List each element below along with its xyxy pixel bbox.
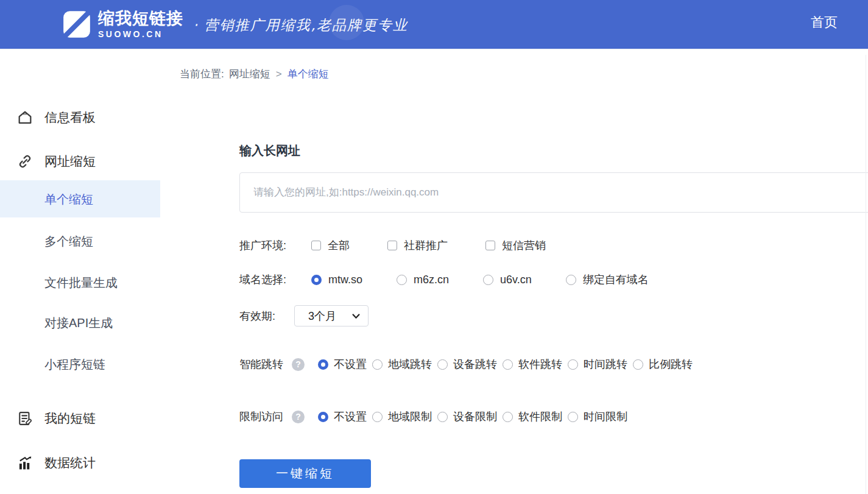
nav-home-link[interactable]: 首页: [811, 13, 838, 32]
checkbox-option-all[interactable]: 全部: [311, 238, 350, 253]
option-label: mtw.so: [328, 273, 362, 286]
radio-option-limit-time[interactable]: 时间限制: [568, 409, 627, 424]
radio-option-u6v-cn[interactable]: u6v.cn: [483, 273, 532, 286]
sidebar-item-label: 域名管理: [44, 492, 96, 494]
option-label: 社群推广: [404, 238, 448, 253]
smart-jump-label: 智能跳转: [239, 357, 283, 372]
checkbox-icon: [485, 241, 495, 250]
sidebar-item-api-generate[interactable]: 对接API生成: [0, 314, 171, 332]
sidebar-item-label: 信息看板: [44, 109, 96, 126]
long-url-input[interactable]: [239, 172, 868, 213]
right-edge-divider: [866, 55, 866, 494]
option-label: 设备限制: [453, 409, 497, 424]
radio-icon: [568, 412, 578, 422]
radio-icon: [503, 412, 513, 422]
brand-name: 缩我短链接: [98, 10, 183, 27]
checkbox-option-sms[interactable]: 短信营销: [485, 238, 546, 253]
radio-icon: [633, 359, 643, 370]
radio-option-limit-software[interactable]: 软件限制: [503, 409, 562, 424]
option-label: u6v.cn: [500, 273, 532, 286]
logo-s-icon: [63, 10, 91, 38]
sidebar-item-multi-shorten[interactable]: 多个缩短: [0, 232, 171, 250]
sidebar-item-file-batch[interactable]: 文件批量生成: [0, 273, 171, 292]
breadcrumb-separator: >: [276, 68, 282, 80]
sidebar-item-my-links[interactable]: 我的短链: [0, 409, 171, 428]
validity-select[interactable]: 3个月: [294, 305, 369, 326]
page-title: 输入长网址: [239, 143, 300, 159]
radio-option-jump-time[interactable]: 时间跳转: [568, 357, 627, 372]
restrict-access-row: 限制访问 ? 不设置 地域限制 设备限制 软件限制 时间限制: [239, 409, 633, 425]
radio-option-limit-device[interactable]: 设备限制: [437, 409, 497, 424]
option-label: 不设置: [334, 409, 367, 424]
checkbox-option-community[interactable]: 社群推广: [387, 238, 448, 253]
radio-icon: [397, 275, 407, 285]
validity-label: 有效期:: [239, 309, 275, 323]
chevron-down-icon: [352, 314, 360, 319]
radio-icon: [568, 359, 578, 370]
smart-jump-row: 智能跳转 ? 不设置 地域跳转 设备跳转 软件跳转 时间跳转 比例跳转: [239, 356, 698, 372]
validity-row: 有效期:: [239, 308, 275, 324]
radio-option-limit-none[interactable]: 不设置: [318, 409, 367, 424]
promo-env-row: 推广环境: 全部 社群推广 短信营销: [239, 238, 584, 253]
breadcrumb-prefix: 当前位置:: [180, 67, 224, 81]
option-label: 地域限制: [388, 409, 432, 424]
sidebar-item-miniprogram-link[interactable]: 小程序短链: [0, 355, 171, 373]
option-label: 软件限制: [518, 409, 562, 424]
radio-icon: [437, 359, 448, 370]
radio-selected-icon: [311, 275, 322, 285]
breadcrumb-section[interactable]: 网址缩短: [229, 67, 270, 81]
radio-option-m6z-cn[interactable]: m6z.cn: [397, 273, 449, 286]
sidebar-item-statistics[interactable]: 数据统计: [0, 454, 171, 472]
radio-option-custom-domain[interactable]: 绑定自有域名: [566, 272, 649, 287]
radio-option-jump-region[interactable]: 地域跳转: [372, 357, 432, 372]
radio-icon: [372, 412, 383, 422]
radio-option-jump-device[interactable]: 设备跳转: [437, 357, 497, 372]
top-header: 缩我短链接 SUOWO.CN · 营销推广用缩我,老品牌更专业 首页: [0, 0, 868, 49]
sidebar-item-url-shorten[interactable]: 网址缩短: [0, 152, 171, 171]
radio-option-jump-none[interactable]: 不设置: [318, 357, 367, 372]
sidebar-item-label: 小程序短链: [44, 356, 105, 373]
radio-option-limit-region[interactable]: 地域限制: [372, 409, 432, 424]
checkbox-icon: [387, 241, 397, 250]
option-label: 不设置: [334, 357, 367, 372]
option-label: 比例跳转: [649, 357, 693, 372]
radio-icon: [483, 275, 493, 285]
bar-chart-icon: [16, 454, 34, 472]
sidebar-item-label: 数据统计: [44, 454, 96, 471]
breadcrumb: 当前位置: 网址缩短 > 单个缩短: [180, 67, 329, 81]
radio-icon: [437, 412, 448, 422]
sidebar-item-single-shorten[interactable]: 单个缩短: [0, 190, 171, 208]
link-icon: [16, 152, 34, 171]
help-icon[interactable]: ?: [292, 411, 305, 423]
sidebar-item-label: 多个缩短: [44, 233, 93, 250]
brand-logo[interactable]: 缩我短链接 SUOWO.CN: [63, 10, 183, 38]
sidebar-item-label: 文件批量生成: [44, 275, 118, 291]
option-label: 软件跳转: [518, 357, 562, 372]
promo-env-label: 推广环境:: [239, 238, 311, 253]
radio-icon: [372, 359, 383, 370]
sidebar-item-label: 单个缩短: [44, 191, 93, 208]
radio-selected-icon: [318, 412, 328, 422]
radio-option-jump-software[interactable]: 软件跳转: [503, 357, 562, 372]
option-label: 时间限制: [584, 409, 627, 424]
validity-selected-value: 3个月: [308, 309, 336, 323]
domain-select-row: 域名选择: mtw.so m6z.cn u6v.cn 绑定自有域名: [239, 272, 683, 288]
sidebar-item-partial[interactable]: 域名管理: [0, 491, 171, 494]
sidebar-item-label: 我的短链: [44, 410, 96, 427]
sidebar-item-dashboard[interactable]: 信息看板: [0, 108, 171, 127]
option-label: 短信营销: [502, 238, 546, 253]
radio-selected-icon: [318, 359, 328, 370]
radio-icon: [566, 275, 576, 285]
help-icon[interactable]: ?: [292, 358, 305, 371]
radio-option-mtw-so[interactable]: mtw.so: [311, 273, 362, 286]
breadcrumb-current[interactable]: 单个缩短: [288, 67, 329, 81]
option-label: m6z.cn: [414, 273, 449, 286]
domain-select-label: 域名选择:: [239, 272, 311, 287]
option-label: 设备跳转: [453, 357, 497, 372]
option-label: 地域跳转: [388, 357, 432, 372]
option-label: 全部: [328, 238, 350, 253]
radio-option-jump-ratio[interactable]: 比例跳转: [633, 357, 693, 372]
option-label: 时间跳转: [584, 357, 627, 372]
shorten-submit-button[interactable]: 一键缩短: [239, 459, 371, 488]
checkbox-icon: [311, 241, 321, 250]
